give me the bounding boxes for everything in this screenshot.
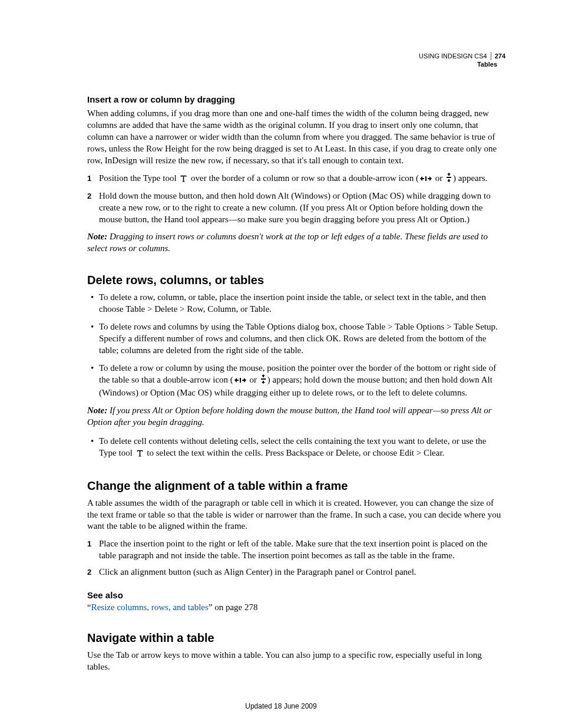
text: ” on page 278 <box>209 602 258 612</box>
bullet-list: To delete a row, column, or table, place… <box>87 292 504 399</box>
note: Note: If you press Alt or Option before … <box>87 405 504 429</box>
text: Position the Type tool <box>99 173 178 183</box>
text: or <box>247 375 259 384</box>
ordered-list: Position the Type tool over the border o… <box>87 173 504 226</box>
paragraph: Use the Tab or arrow keys to move within… <box>87 650 504 673</box>
page-header: USING INDESIGN CS4274 Tables <box>419 52 505 69</box>
text: ) appears. <box>453 173 487 183</box>
paragraph: A table assumes the width of the paragra… <box>87 498 504 533</box>
page-footer: Updated 18 June 2009 <box>0 702 562 710</box>
page-number: 274 <box>491 52 505 60</box>
list-item: To delete cell contents without deleting… <box>87 436 504 460</box>
text: “ <box>87 602 91 612</box>
svg-rect-1 <box>447 177 451 178</box>
note-label: Note: <box>87 232 110 241</box>
note: Note: Dragging to insert rows or columns… <box>87 231 504 255</box>
text: to select the text within the cells. Pre… <box>145 448 445 457</box>
type-tool-icon <box>136 449 144 460</box>
main-content: Insert a row or column by dragging When … <box>87 94 504 673</box>
list-item: Hold down the mouse button, and then hol… <box>87 190 504 226</box>
link-resize-columns[interactable]: Resize columns, rows, and tables <box>91 602 209 612</box>
section-label: Tables <box>419 60 505 68</box>
ordered-list: Place the insertion point to the right o… <box>87 538 504 578</box>
list-item: To delete rows and columns by using the … <box>87 321 504 357</box>
page: USING INDESIGN CS4274 Tables Insert a ro… <box>0 0 562 728</box>
list-item: Position the Type tool over the border o… <box>87 173 504 186</box>
double-arrow-horizontal-icon <box>234 375 246 387</box>
svg-rect-0 <box>425 176 427 181</box>
list-item: To delete a row, column, or table, place… <box>87 292 504 315</box>
doc-title: USING INDESIGN CS4 <box>419 52 491 60</box>
text: or <box>433 173 445 183</box>
see-also-line: “Resize columns, rows, and tables” on pa… <box>87 602 504 612</box>
list-item: To delete a row or column by using the m… <box>87 363 504 399</box>
note-text: If you press Alt or Option before holdin… <box>87 406 492 427</box>
note-label: Note: <box>87 406 110 415</box>
svg-rect-3 <box>261 378 266 380</box>
double-arrow-vertical-icon <box>446 173 452 186</box>
list-item: Place the insertion point to the right o… <box>87 538 504 562</box>
heading-insert-drag: Insert a row or column by dragging <box>87 94 504 104</box>
note-text: Dragging to insert rows or columns doesn… <box>87 232 488 253</box>
list-item: Click an alignment button (such as Align… <box>87 566 504 578</box>
see-also-heading: See also <box>87 590 504 600</box>
double-arrow-vertical-icon <box>260 374 266 387</box>
text: over the border of a column or row so th… <box>189 173 419 183</box>
heading-navigate: Navigate within a table <box>87 631 504 645</box>
heading-alignment: Change the alignment of a table within a… <box>87 479 504 493</box>
paragraph: When adding columns, if you drag more th… <box>87 108 504 167</box>
type-tool-icon <box>180 174 187 186</box>
double-arrow-horizontal-icon <box>420 174 432 186</box>
svg-rect-2 <box>240 378 241 383</box>
heading-delete: Delete rows, columns, or tables <box>87 274 504 287</box>
bullet-list: To delete cell contents without deleting… <box>87 436 504 460</box>
